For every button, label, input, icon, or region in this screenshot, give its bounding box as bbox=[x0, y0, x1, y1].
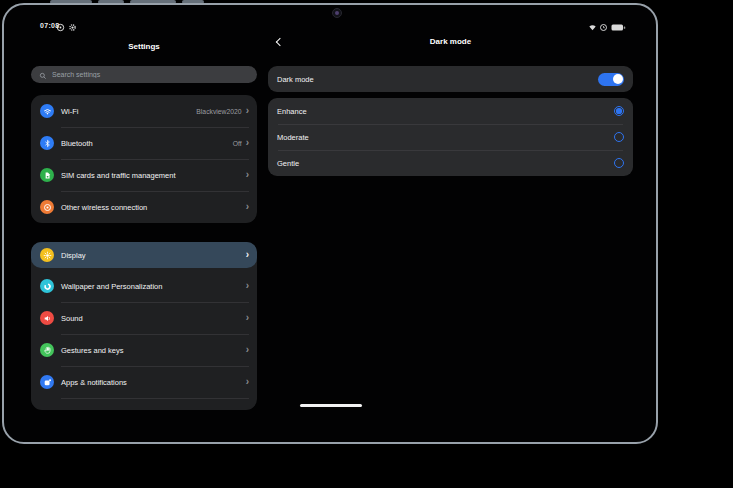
page-title: Settings bbox=[31, 42, 257, 51]
sidebar-item-label: Wi-Fi bbox=[61, 107, 79, 116]
option-moderate[interactable]: Moderate bbox=[268, 124, 633, 150]
sidebar-item-bluetooth[interactable]: Bluetooth Off › bbox=[31, 127, 257, 159]
wallpaper-icon bbox=[40, 279, 54, 293]
sidebar-item-apps[interactable]: Apps & notifications › bbox=[31, 366, 257, 398]
sidebar-item-label: Display bbox=[61, 251, 86, 260]
sidebar-item-label: Wallpaper and Personalization bbox=[61, 282, 162, 291]
sidebar-item-display[interactable]: Display › bbox=[31, 242, 257, 268]
sidebar-item-value: Blackview2020 bbox=[196, 108, 241, 115]
radio-icon[interactable] bbox=[614, 132, 624, 142]
sidebar-item-other-wireless[interactable]: Other wireless connection › bbox=[31, 191, 257, 223]
chevron-right-icon: › bbox=[246, 313, 249, 323]
toggle-row-label: Dark mode bbox=[277, 75, 314, 84]
chevron-right-icon: › bbox=[246, 202, 249, 212]
sidebar-item-label: Sound bbox=[61, 314, 83, 323]
chevron-right-icon: › bbox=[246, 170, 249, 180]
option-label: Gentle bbox=[277, 159, 299, 168]
wireless-icon bbox=[40, 200, 54, 214]
screen: 07:08 Settings bbox=[4, 5, 656, 442]
search-input[interactable] bbox=[52, 71, 249, 78]
chevron-right-icon: › bbox=[246, 377, 249, 387]
option-label: Moderate bbox=[277, 133, 309, 142]
sidebar-item-label: Apps & notifications bbox=[61, 378, 127, 387]
detail-header: Dark mode bbox=[268, 35, 633, 50]
dark-mode-panel: Dark mode Dark mode Enhance Moderat bbox=[268, 5, 633, 441]
home-indicator[interactable] bbox=[300, 404, 362, 407]
radio-selected-icon[interactable] bbox=[614, 106, 624, 116]
radio-icon[interactable] bbox=[614, 158, 624, 168]
chevron-right-icon: › bbox=[246, 345, 249, 355]
toggle-knob bbox=[613, 74, 623, 84]
settings-sidebar: Settings Wi-Fi Blackview2020 bbox=[31, 5, 257, 441]
dark-mode-options-card: Enhance Moderate Gentle bbox=[268, 98, 633, 176]
wifi-icon bbox=[40, 104, 54, 118]
tablet-frame: 07:08 Settings bbox=[2, 3, 658, 444]
sim-card-icon bbox=[40, 168, 54, 182]
search-bar[interactable] bbox=[31, 66, 257, 83]
chevron-right-icon: › bbox=[246, 250, 249, 260]
dark-mode-toggle-row[interactable]: Dark mode bbox=[268, 66, 633, 92]
chevron-right-icon: › bbox=[246, 138, 249, 148]
sidebar-item-wifi[interactable]: Wi-Fi Blackview2020 › bbox=[31, 95, 257, 127]
sidebar-item-sound[interactable]: Sound › bbox=[31, 302, 257, 334]
sidebar-item-label: SIM cards and traffic management bbox=[61, 171, 176, 180]
option-enhance[interactable]: Enhance bbox=[268, 98, 633, 124]
sidebar-item-label: Bluetooth bbox=[61, 139, 93, 148]
sidebar-item-sim-cards[interactable]: SIM cards and traffic management › bbox=[31, 159, 257, 191]
detail-title: Dark mode bbox=[268, 37, 633, 46]
chevron-right-icon: › bbox=[246, 106, 249, 116]
display-icon bbox=[40, 248, 54, 262]
divider bbox=[61, 398, 249, 399]
chevron-right-icon: › bbox=[246, 281, 249, 291]
sidebar-item-label: Other wireless connection bbox=[61, 203, 147, 212]
search-icon bbox=[39, 66, 47, 84]
apps-icon bbox=[40, 375, 54, 389]
bluetooth-icon bbox=[40, 136, 54, 150]
option-label: Enhance bbox=[277, 107, 307, 116]
sidebar-item-label: Gestures and keys bbox=[61, 346, 124, 355]
sound-icon bbox=[40, 311, 54, 325]
sidebar-item-value: Off bbox=[233, 140, 242, 147]
sidebar-item-wallpaper[interactable]: Wallpaper and Personalization › bbox=[31, 270, 257, 302]
settings-group-network: Wi-Fi Blackview2020 › Bluetooth Off › bbox=[31, 95, 257, 223]
gestures-icon bbox=[40, 343, 54, 357]
screenshot-stage: 07:08 Settings bbox=[0, 0, 733, 488]
dark-mode-toggle[interactable] bbox=[598, 73, 624, 86]
option-gentle[interactable]: Gentle bbox=[268, 150, 633, 176]
sidebar-item-gestures[interactable]: Gestures and keys › bbox=[31, 334, 257, 366]
settings-group-device: Display › Wallpaper and Personalization … bbox=[31, 242, 257, 410]
